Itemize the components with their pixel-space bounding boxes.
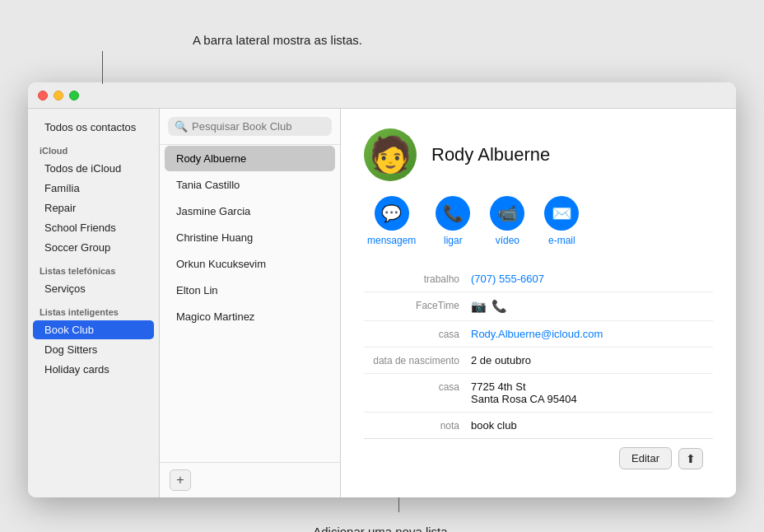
field-row-work: trabalho (707) 555-6607 xyxy=(364,266,713,292)
contact-item-tania[interactable]: Tania Castillo xyxy=(165,172,335,198)
sidebar-item-school-friends[interactable]: School Friends xyxy=(33,218,154,237)
field-value-birthday: 2 de outubro xyxy=(471,354,713,366)
sidebar-item-all-icloud[interactable]: Todos de iCloud xyxy=(33,159,154,178)
annotation-bottom-container: Adicionar uma nova lista. xyxy=(28,497,736,532)
search-input-wrap[interactable]: 🔍 xyxy=(168,117,332,136)
sidebar-item-book-club[interactable]: Book Club xyxy=(33,320,154,339)
fullscreen-button[interactable] xyxy=(69,91,79,100)
edit-button[interactable]: Editar xyxy=(619,447,672,469)
annotation-bottom-line xyxy=(398,497,399,512)
email-label: e-mail xyxy=(548,235,575,246)
field-label-home-email: casa xyxy=(364,328,471,340)
detail-panel: 🧑 Rody Albuerne 💬 mensagem 📞 ligar 📹 xyxy=(341,109,736,497)
contact-item-magico[interactable]: Magico Martinez xyxy=(165,304,335,329)
field-value-work[interactable]: (707) 555-6607 xyxy=(471,273,713,285)
search-bar: 🔍 xyxy=(160,109,340,145)
annotation-bottom-text: Adicionar uma nova lista. xyxy=(313,525,451,532)
email-icon: ✉️ xyxy=(544,196,579,231)
action-buttons: 💬 mensagem 📞 ligar 📹 vídeo ✉️ e-mail xyxy=(364,196,713,246)
field-row-note: nota book club xyxy=(364,413,713,438)
field-row-home-email: casa Rody.Albuerne@icloud.com xyxy=(364,321,713,348)
field-value-note: book club xyxy=(471,419,713,432)
contact-item-jasmine[interactable]: Jasmine Garcia xyxy=(165,198,335,224)
close-button[interactable] xyxy=(38,91,48,100)
field-row-birthday: data de nascimento 2 de outubro xyxy=(364,348,713,374)
sidebar-item-all-contacts[interactable]: Todos os contactos xyxy=(33,118,154,137)
sidebar-item-soccer-group[interactable]: Soccer Group xyxy=(33,238,154,257)
field-label-address: casa xyxy=(364,380,471,393)
sidebar-section-phone: Listas telefónicas xyxy=(28,258,159,278)
video-label: vídeo xyxy=(496,235,519,246)
contact-name: Rody Albuerne xyxy=(431,144,550,166)
traffic-lights xyxy=(38,91,79,100)
contact-items: Rody Albuerne Tania Castillo Jasmine Gar… xyxy=(160,145,340,462)
message-label: mensagem xyxy=(367,235,416,246)
field-value-address: 7725 4th StSanta Rosa CA 95404 xyxy=(471,380,713,405)
avatar: 🧑 xyxy=(364,128,417,181)
contact-item-elton[interactable]: Elton Lin xyxy=(165,278,335,303)
field-row-facetime: FaceTime 📷 📞 xyxy=(364,292,713,321)
contact-item-orkun[interactable]: Orkun Kucuksevim xyxy=(165,251,335,277)
app-window: Todos os contactos iCloud Todos de iClou… xyxy=(28,82,736,497)
contact-list-footer: + xyxy=(160,462,340,497)
avatar-emoji: 🧑 xyxy=(369,138,412,172)
field-label-work: trabalho xyxy=(364,273,471,285)
titlebar xyxy=(28,82,736,109)
sidebar-section-smart: Listas inteligentes xyxy=(28,299,159,320)
search-icon: 🔍 xyxy=(175,120,188,133)
field-value-facetime: 📷 📞 xyxy=(471,299,713,314)
main-content: Todos os contactos iCloud Todos de iClou… xyxy=(28,109,736,497)
facetime-icons: 📷 📞 xyxy=(471,299,713,314)
share-button[interactable]: ⬆ xyxy=(678,448,703,469)
contact-fields: trabalho (707) 555-6607 FaceTime 📷 📞 xyxy=(364,266,713,438)
contact-item-rody[interactable]: Rody Albuerne xyxy=(165,146,335,171)
contact-list: 🔍 Rody Albuerne Tania Castillo Jasmine G… xyxy=(160,109,341,497)
email-button[interactable]: ✉️ e-mail xyxy=(544,196,579,246)
message-icon: 💬 xyxy=(375,196,409,231)
minimize-button[interactable] xyxy=(54,91,63,100)
sidebar-item-holiday-cards[interactable]: Holiday cards xyxy=(33,360,154,379)
sidebar-section-icloud: iCloud xyxy=(28,138,159,158)
annotation-top-line xyxy=(102,51,103,84)
message-button[interactable]: 💬 mensagem xyxy=(367,196,416,246)
sidebar-item-repair[interactable]: Repair xyxy=(33,198,154,217)
add-list-button[interactable]: + xyxy=(170,469,191,491)
contact-item-christine[interactable]: Christine Huang xyxy=(165,225,335,250)
facetime-phone-icon[interactable]: 📞 xyxy=(491,299,507,314)
annotation-top-text: A barra lateral mostra as listas. xyxy=(193,33,362,47)
sidebar-item-servicos[interactable]: Serviços xyxy=(33,279,154,298)
facetime-video-icon[interactable]: 📷 xyxy=(471,299,487,314)
sidebar: Todos os contactos iCloud Todos de iClou… xyxy=(28,109,160,497)
field-label-note: nota xyxy=(364,419,471,432)
field-value-home-email[interactable]: Rody.Albuerne@icloud.com xyxy=(471,328,713,340)
video-icon: 📹 xyxy=(490,196,524,231)
sidebar-item-dog-sitters[interactable]: Dog Sitters xyxy=(33,340,154,359)
contact-header: 🧑 Rody Albuerne xyxy=(364,128,713,181)
video-button[interactable]: 📹 vídeo xyxy=(490,196,524,246)
detail-footer: Editar ⬆ xyxy=(364,438,713,478)
field-label-facetime: FaceTime xyxy=(364,299,471,311)
call-button[interactable]: 📞 ligar xyxy=(436,196,470,246)
field-row-address: casa 7725 4th StSanta Rosa CA 95404 xyxy=(364,374,713,413)
call-icon: 📞 xyxy=(436,196,470,231)
sidebar-item-familia[interactable]: Família xyxy=(33,179,154,198)
field-label-birthday: data de nascimento xyxy=(364,354,471,366)
call-label: ligar xyxy=(444,235,463,246)
search-input[interactable] xyxy=(192,120,325,133)
